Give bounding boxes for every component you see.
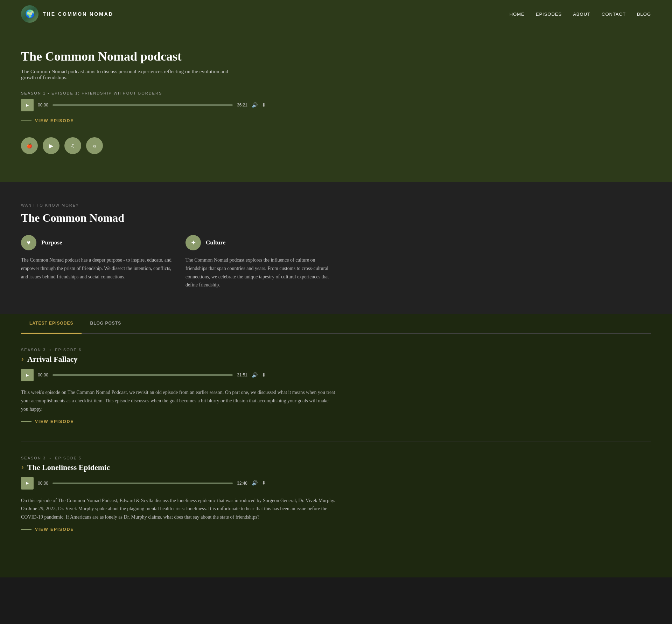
episode-2-view-episode-link[interactable]: VIEW EPISODE — [35, 527, 74, 532]
hero-progress-bar[interactable] — [52, 104, 233, 106]
purpose-title: Purpose — [41, 239, 62, 246]
hero-description: The Common Nomad podcast aims to discuss… — [21, 69, 231, 81]
episode-1-description: This week's episode on The Common Nomad … — [21, 388, 336, 413]
hero-episode-label: SEASON 1 • EPISODE 1: FRIENDSHIP WITHOUT… — [21, 91, 651, 95]
purpose-text: The Common Nomad podcast has a deeper pu… — [21, 256, 172, 281]
hero-title: The Common Nomad podcast — [21, 49, 651, 64]
nav-about[interactable]: ABOUT — [573, 12, 590, 17]
episode-1-download-icon[interactable]: ⬇ — [262, 372, 266, 378]
episode-2-meta: SEASON 3 • EPISODE 5 — [21, 456, 336, 460]
about-cards: ♥ Purpose The Common Nomad podcast has a… — [21, 235, 336, 289]
episode-1-view-line — [21, 421, 31, 422]
episode-1-play-button[interactable] — [21, 369, 34, 381]
hero-volume-icon[interactable]: 🔊 — [252, 102, 258, 108]
culture-text: The Common Nomad podcast explores the in… — [186, 256, 336, 289]
nav-home[interactable]: HOME — [510, 12, 525, 17]
nav-blog[interactable]: BLOG — [637, 12, 651, 17]
episode-2-title: The Loneliness Epidemic — [27, 463, 110, 472]
nav-episodes[interactable]: EPISODES — [536, 12, 562, 17]
episode-2-play-button[interactable] — [21, 477, 34, 490]
hero-view-episode: VIEW EPISODE — [21, 118, 651, 123]
hero-audio-player: 00:00 36:21 🔊 ⬇ — [21, 99, 266, 111]
culture-title: Culture — [206, 239, 225, 246]
about-label: WANT TO KNOW MORE? — [21, 203, 651, 207]
about-section: WANT TO KNOW MORE? The Common Nomad ♥ Pu… — [0, 182, 672, 314]
episode-2-time-total: 32:48 — [237, 481, 247, 486]
logo[interactable]: 🌍 THE COMMON NOMAD — [21, 5, 113, 23]
platform-apple[interactable]: 🍎 — [21, 137, 38, 154]
tabs-section: LATEST EPISODES BLOG POSTS SEASON 3 • EP… — [0, 314, 672, 577]
hero-play-button[interactable] — [21, 99, 34, 111]
episode-1-volume-icon[interactable]: 🔊 — [252, 372, 258, 378]
episode-2-music-icon: ♪ — [21, 464, 24, 471]
episode-1-meta: SEASON 3 • EPISODE 6 — [21, 348, 336, 352]
episode-1-music-icon: ♪ — [21, 356, 24, 362]
platform-spotify[interactable]: ♫ — [64, 137, 81, 154]
about-title: The Common Nomad — [21, 212, 651, 224]
episode-2-title-row: ♪ The Loneliness Epidemic — [21, 463, 336, 472]
episode-2-view-link: VIEW EPISODE — [21, 527, 336, 532]
hero-download-icon[interactable]: ⬇ — [262, 102, 266, 108]
episode-1-progress-bar[interactable] — [52, 374, 233, 376]
tab-latest-episodes[interactable]: LATEST EPISODES — [21, 314, 82, 334]
episode-1-time-total: 31:51 — [237, 373, 247, 377]
episode-2-progress-bar[interactable] — [52, 483, 233, 484]
about-card-purpose: ♥ Purpose The Common Nomad podcast has a… — [21, 235, 172, 289]
episode-1-view-link: VIEW EPISODE — [21, 419, 336, 424]
hero-section: The Common Nomad podcast The Common Noma… — [0, 28, 672, 182]
podcast-platforms: 🍎 ▶ ♫ a — [21, 137, 651, 154]
episode-2-description: On this episode of The Common Nomad Podc… — [21, 497, 336, 521]
tabs-header: LATEST EPISODES BLOG POSTS — [21, 314, 651, 334]
platform-youtube[interactable]: ▶ — [43, 137, 59, 154]
episode-1-view-episode-link[interactable]: VIEW EPISODE — [35, 419, 74, 424]
episode-2-view-line — [21, 529, 31, 530]
episode-divider — [21, 442, 651, 442]
culture-icon: ✦ — [186, 235, 201, 250]
culture-header: ✦ Culture — [186, 235, 336, 250]
logo-text: THE COMMON NOMAD — [43, 11, 113, 17]
episode-2-volume-icon[interactable]: 🔊 — [252, 480, 258, 486]
episode-item-2: SEASON 3 • EPISODE 5 ♪ The Loneliness Ep… — [21, 456, 336, 532]
episode-1-title-row: ♪ Arrival Fallacy — [21, 355, 336, 364]
platform-amazon[interactable]: a — [86, 137, 103, 154]
hero-view-episode-link[interactable]: VIEW EPISODE — [35, 118, 74, 123]
about-card-culture: ✦ Culture The Common Nomad podcast explo… — [186, 235, 336, 289]
hero-time-current: 00:00 — [38, 103, 48, 108]
logo-icon: 🌍 — [21, 5, 38, 23]
episode-item-1: SEASON 3 • EPISODE 6 ♪ Arrival Fallacy 0… — [21, 348, 336, 424]
view-episode-line — [21, 120, 31, 121]
tab-blog-posts[interactable]: BLOG POSTS — [82, 314, 130, 334]
episode-1-audio-player: 00:00 31:51 🔊 ⬇ — [21, 369, 266, 381]
episode-2-time-current: 00:00 — [38, 481, 48, 486]
purpose-header: ♥ Purpose — [21, 235, 172, 250]
purpose-icon: ♥ — [21, 235, 36, 250]
navigation: 🌍 THE COMMON NOMAD HOME EPISODES ABOUT C… — [0, 0, 672, 28]
episode-2-audio-player: 00:00 32:48 🔊 ⬇ — [21, 477, 266, 490]
nav-links: HOME EPISODES ABOUT CONTACT BLOG — [510, 11, 651, 17]
nav-contact[interactable]: CONTACT — [602, 12, 626, 17]
episode-2-download-icon[interactable]: ⬇ — [262, 480, 266, 486]
episode-1-title: Arrival Fallacy — [27, 355, 78, 364]
hero-time-total: 36:21 — [237, 103, 247, 108]
episode-1-time-current: 00:00 — [38, 373, 48, 377]
